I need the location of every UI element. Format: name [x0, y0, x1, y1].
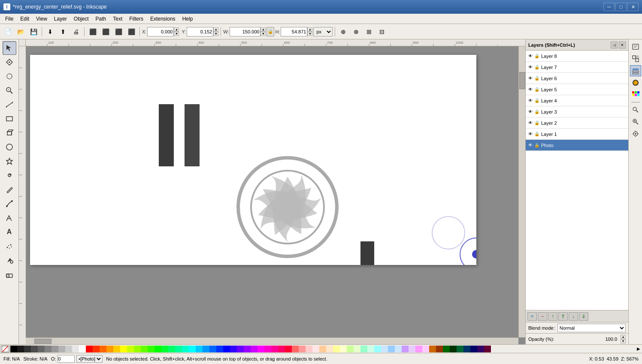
layer-lock-8[interactable]: 🔒 [534, 143, 539, 147]
palette-color-45[interactable] [319, 346, 326, 352]
palette-color-43[interactable] [306, 346, 312, 352]
w-input[interactable] [230, 27, 260, 36]
canvas-area[interactable]: 100 200 300 400 500 600 [19, 39, 525, 344]
palette-color-14[interactable] [106, 346, 113, 352]
palette-color-17[interactable] [127, 346, 134, 352]
save-button[interactable]: 💾 [27, 26, 39, 38]
align-left-button[interactable]: ⬛ [87, 26, 99, 38]
palette-color-35[interactable] [251, 346, 257, 352]
x-up-arrow[interactable]: ▲ [174, 27, 179, 32]
palette-color-20[interactable] [148, 346, 154, 352]
palette-color-63[interactable] [443, 346, 450, 352]
palette-scroll-right[interactable]: ▶ [635, 346, 642, 351]
raise-layer-button[interactable]: ↑ [548, 312, 557, 321]
layer-lock-4[interactable]: 🔒 [534, 98, 539, 103]
palette-color-58[interactable] [409, 346, 415, 352]
menu-item-view[interactable]: View [33, 14, 51, 24]
xml-editor-icon[interactable] [630, 41, 641, 52]
palette-color-18[interactable] [134, 346, 141, 352]
layer-lock-0[interactable]: 🔒 [534, 54, 539, 58]
layer-visibility-2[interactable]: 👁 [528, 76, 533, 81]
palette-color-8[interactable] [65, 346, 72, 352]
calligraphy-tool-button[interactable] [3, 211, 16, 225]
x-input[interactable] [147, 27, 174, 36]
palette-color-33[interactable] [237, 346, 244, 352]
remove-layer-button[interactable]: − [538, 312, 547, 321]
palette-color-31[interactable] [223, 346, 230, 352]
print-button[interactable]: 🖨 [70, 26, 82, 38]
palette-color-46[interactable] [326, 346, 333, 352]
palette-color-67[interactable] [470, 346, 477, 352]
eraser-tool-button[interactable] [3, 268, 16, 281]
lower-to-bottom-button[interactable]: ⇓ [579, 312, 588, 321]
layer-item-0[interactable]: 👁 🔒 Layer 8 [526, 51, 628, 62]
svg-document[interactable] [30, 55, 476, 265]
align-top-button[interactable]: ⬛ [125, 26, 137, 38]
palette-color-54[interactable] [381, 346, 388, 352]
pencil-tool-button[interactable] [3, 183, 16, 196]
menu-item-object[interactable]: Object [70, 14, 92, 24]
menu-item-file[interactable]: File [2, 14, 17, 24]
palette-color-50[interactable] [354, 346, 360, 352]
palette-color-25[interactable] [182, 346, 189, 352]
palette-color-51[interactable] [360, 346, 367, 352]
lower-layer-button[interactable]: ↓ [569, 312, 578, 321]
layer-item-7[interactable]: 👁 🔒 Layer 1 [526, 129, 628, 140]
opacity-down-arrow[interactable]: ▼ [621, 339, 626, 343]
layer-visibility-8[interactable]: 👁 [528, 143, 533, 147]
layers-header-btn-1[interactable]: ◁ [611, 42, 618, 48]
box-tool-button[interactable] [3, 126, 16, 140]
vertical-scrollbar[interactable] [518, 46, 525, 337]
snap-button-4[interactable]: ⊟ [376, 26, 388, 38]
raise-to-top-button[interactable]: ⇑ [558, 312, 568, 321]
layers-header-close[interactable]: ✕ [619, 42, 626, 48]
h-input[interactable] [281, 27, 307, 36]
select-tool-button[interactable] [3, 41, 16, 55]
palette-color-61[interactable] [429, 346, 436, 352]
palette-color-69[interactable] [484, 346, 491, 352]
rect-tool-button[interactable] [3, 112, 16, 126]
palette-color-2[interactable] [24, 346, 31, 352]
menu-item-layer[interactable]: Layer [51, 14, 70, 24]
star-tool-button[interactable] [3, 154, 16, 168]
palette-color-0[interactable] [10, 346, 17, 352]
pen-tool-button[interactable] [3, 197, 16, 211]
menu-item-path[interactable]: Path [92, 14, 110, 24]
opacity-up-arrow[interactable]: ▲ [621, 335, 626, 339]
text-tool-button[interactable]: A [3, 225, 16, 239]
layer-item-1[interactable]: 👁 🔒 Layer 7 [526, 62, 628, 73]
layers-icon[interactable] [630, 65, 641, 76]
y-up-arrow[interactable]: ▲ [213, 27, 218, 32]
palette-color-13[interactable] [100, 346, 106, 352]
layer-visibility-7[interactable]: 👁 [528, 132, 533, 136]
h-down-arrow[interactable]: ▼ [307, 32, 312, 36]
palette-color-6[interactable] [51, 346, 58, 352]
palette-color-10[interactable] [79, 346, 86, 352]
palette-color-29[interactable] [209, 346, 216, 352]
palette-color-11[interactable] [86, 346, 93, 352]
snap-icon[interactable] [630, 128, 641, 139]
import-button[interactable]: ⬇ [44, 26, 56, 38]
palette-color-34[interactable] [244, 346, 251, 352]
palette-color-38[interactable] [271, 346, 278, 352]
align-right-button[interactable]: ⬛ [112, 26, 124, 38]
measure-tool-button[interactable] [3, 98, 16, 111]
layer-visibility-6[interactable]: 👁 [528, 120, 533, 125]
palette-color-56[interactable] [395, 346, 402, 352]
snap-button-1[interactable]: ⊕ [337, 26, 349, 38]
open-button[interactable]: 📂 [15, 26, 27, 38]
lock-aspect-button[interactable]: 🔒 [266, 27, 274, 36]
menu-item-extensions[interactable]: Extensions [147, 14, 179, 24]
opacity-status-input[interactable] [58, 355, 75, 363]
menu-item-help[interactable]: Help [179, 14, 197, 24]
palette-color-12[interactable] [93, 346, 100, 352]
layer-lock-1[interactable]: 🔒 [534, 65, 539, 69]
layer-visibility-1[interactable]: 👁 [528, 65, 533, 69]
palette-color-57[interactable] [402, 346, 409, 352]
h-up-arrow[interactable]: ▲ [307, 27, 312, 32]
layer-lock-6[interactable]: 🔒 [534, 120, 539, 125]
palette-color-42[interactable] [299, 346, 306, 352]
palette-color-23[interactable] [168, 346, 175, 352]
palette-color-65[interactable] [457, 346, 463, 352]
blend-mode-select[interactable]: Normal Multiply Screen Overlay [557, 324, 626, 332]
